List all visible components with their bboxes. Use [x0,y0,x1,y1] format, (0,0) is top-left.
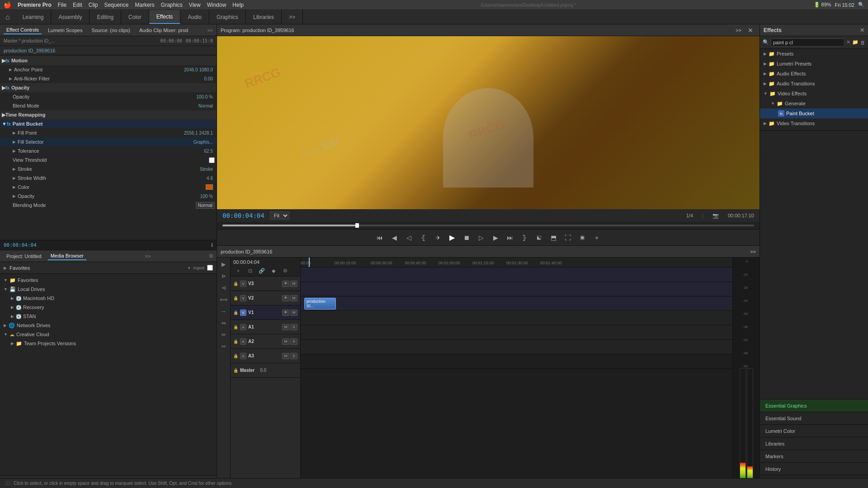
tl-clip-v1[interactable]: production ID... [304,298,336,310]
menu-file[interactable]: File [58,2,66,8]
menu-help[interactable]: Help [232,2,244,8]
tl-tool-slide[interactable]: ⇔ [219,318,229,328]
secondary-lumetri-color[interactable]: Lumetri Color [760,425,868,437]
menu-edit[interactable]: Edit [73,2,82,8]
pm-fit-select[interactable]: Fit [270,211,289,220]
tl-a1-m[interactable]: M [282,324,289,330]
tl-a3-s[interactable]: S [290,353,297,359]
ec-tab-source[interactable]: Source: (no clips) [89,27,133,34]
pm-mark-in-btn[interactable]: ⦃ [418,232,429,243]
tl-a2-sync[interactable]: A [240,338,246,345]
ec-time-remap-header[interactable]: ▶ Time Remapping [0,110,217,119]
pm-close-btn[interactable]: ✕ [745,25,756,36]
effects-search-input[interactable] [771,38,844,47]
ec-tolerance-value[interactable]: 62.5 [204,149,213,154]
tab-more[interactable]: >> [282,10,303,24]
secondary-libraries[interactable]: Libraries [760,437,868,450]
pm-progress-bar[interactable] [222,225,754,226]
tab-libraries[interactable]: Libraries [246,10,282,24]
pm-step-fwd-btn[interactable]: ⏭ [505,232,515,243]
pm-back-btn[interactable]: ◀ [389,232,400,243]
ec-opacity-value[interactable]: 100.0 % [196,94,213,99]
effects-item-video-effects[interactable]: ▼ 📁 Video Effects [760,89,868,99]
secondary-history[interactable]: History [760,463,868,475]
tl-track-v3[interactable] [301,267,732,282]
tl-tool-slip[interactable]: ↔ [219,306,229,316]
ec-fill-selector-value[interactable]: Graphis... [193,140,213,145]
menu-markers[interactable]: Markers [135,2,154,8]
tl-v2-sync[interactable]: V [240,295,246,301]
tl-a3-sync[interactable]: A [240,353,246,359]
tl-tool-pen[interactable]: ✏ [219,330,229,340]
pm-extract-btn[interactable]: ⬒ [548,232,559,243]
pm-lift-btn[interactable]: ⬕ [533,232,544,243]
ec-paint-opacity-value[interactable]: 100 % [200,194,213,199]
ec-stroke-value[interactable]: Stroke [200,167,213,172]
effects-new-bin[interactable]: 📁 [852,39,859,45]
pm-full-screen-btn[interactable]: ⛶ [562,232,573,243]
tl-a1-sync[interactable]: A [240,324,246,330]
pm-camera-icon[interactable]: 📷 [712,213,719,219]
pm-fwd-btn[interactable]: ▶ [490,232,501,243]
pm-insert-btn[interactable]: ⬗ [432,232,443,243]
search-icon-menu[interactable]: 🔍 [858,2,864,8]
effects-item-audio-transitions[interactable]: ▶ 📁 Audio Transitions [760,79,868,89]
tl-v1-sync[interactable]: V [240,310,246,316]
tl-marker-btn[interactable]: ◆ [269,266,278,276]
tab-audio[interactable]: Audio [180,10,209,24]
ec-blending-mode-dropdown[interactable]: Normal [196,202,215,209]
pm-play-btn[interactable]: ▶ [447,232,458,243]
tl-v2-eye[interactable]: 👁 [282,295,289,301]
pm-playhead[interactable] [355,223,359,228]
ec-opacity-header[interactable]: ▶ fx Opacity [0,83,217,92]
pm-step-frame-fwd-btn[interactable]: ▷ [476,232,486,243]
tl-v1-lock[interactable]: 🔒 [233,310,238,315]
mb-tab-browser[interactable]: Media Browser [48,252,86,260]
pm-step-back-btn[interactable]: ⏮ [374,232,385,243]
pm-video-area[interactable]: RRCG RRCG 人人素材 [217,36,760,209]
tl-v3-sync[interactable]: V [240,281,246,287]
effects-item-generate[interactable]: ▼ 📁 Generate [760,99,868,108]
mb-ingest-checkbox[interactable] [207,265,213,271]
tl-track-v2[interactable] [301,282,732,296]
tl-track-v1[interactable]: production ID... [301,296,732,311]
tl-snap-btn[interactable]: ⊡ [245,266,255,276]
tab-assembly[interactable]: Assembly [51,10,90,24]
effects-item-paint-bucket[interactable]: fx Paint Bucket [760,108,868,118]
apple-menu[interactable]: 🍎 [4,1,11,9]
secondary-essential-graphics[interactable]: Essential Graphics [760,399,868,412]
ec-tab-lumetri[interactable]: Lumetri Scopes [45,27,85,34]
pm-current-timecode[interactable]: 00:00:04:04 [222,212,264,219]
mb-filter-icon[interactable]: ⧉ [209,253,213,259]
tl-timecode-display[interactable]: 00:00:04:04 [233,259,259,265]
pm-mark-out-btn[interactable]: ⦄ [519,232,530,243]
tl-v2-mute[interactable]: M [290,295,297,301]
effects-item-presets[interactable]: ▶ 📁 Presets [760,49,868,59]
mb-fav-arrow[interactable]: ▶ [4,266,7,270]
mb-tab-project[interactable]: Project: Untitled [4,253,44,260]
tl-a2-s[interactable]: S [290,338,297,345]
tl-tool-roll[interactable]: ⊲ [219,283,229,293]
tl-v1-eye[interactable]: 👁 [282,310,289,316]
tab-effects[interactable]: Effects [149,10,180,24]
menu-clip[interactable]: Clip [89,2,98,8]
ec-motion-header[interactable]: ▶ fx Motion [0,56,217,65]
pm-scrub-bar[interactable] [217,222,760,229]
home-button[interactable]: ⌂ [0,13,15,21]
mb-item-network-drives[interactable]: ▶ 🌐 Network Drives [0,321,217,330]
mb-item-favorites[interactable]: ▼ 📁 Favorites [0,276,217,285]
tl-a2-lock[interactable]: 🔒 [233,339,238,344]
tl-tracks-area[interactable]: 00:00 00:00:15:00 00:00:30:00 00:00:45:0… [301,258,732,488]
tl-tool-select[interactable]: ▶ [219,259,229,269]
tl-settings-btn[interactable]: ⚙ [280,266,290,276]
ec-tab-effect-controls[interactable]: Effect Controls [4,26,42,34]
ec-color-swatch[interactable] [206,184,213,190]
ec-fill-point-value[interactable]: 2556.1 2428.1 [184,131,213,136]
pm-add-marker-btn[interactable]: + [591,232,602,243]
menu-sequence[interactable]: Sequence [104,2,128,8]
ec-anti-flicker-value[interactable]: 0.00 [204,76,213,81]
tl-a1-s[interactable]: S [290,324,297,330]
tl-v3-lock[interactable]: 🔒 [233,282,238,286]
tl-a3-lock[interactable]: 🔒 [233,354,238,358]
pm-more-btn[interactable]: >> [736,28,741,33]
